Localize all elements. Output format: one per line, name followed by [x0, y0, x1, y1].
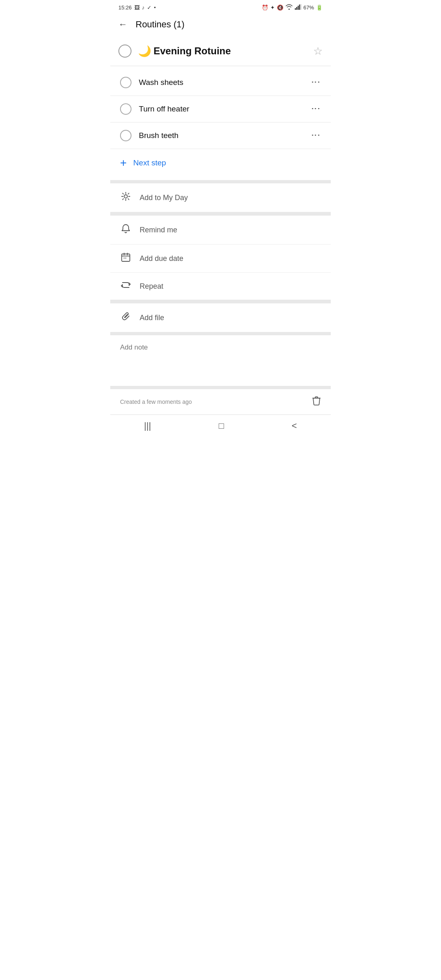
add-file-section: Add file	[110, 303, 331, 335]
svg-point-5	[124, 195, 127, 198]
mute-icon: 🔇	[277, 4, 283, 11]
recent-apps-button[interactable]: |||	[144, 421, 151, 431]
status-left: 15:26 🖼 ♪ ✓ •	[118, 4, 156, 11]
back-button[interactable]: ←	[117, 18, 129, 31]
bottom-nav: ||| □ <	[110, 414, 331, 439]
repeat-button[interactable]: Repeat	[110, 273, 331, 300]
svg-line-13	[122, 199, 123, 200]
add-due-date-button[interactable]: Add due date	[110, 245, 331, 273]
alarm-icon: ⏰	[262, 4, 268, 11]
step-checkbox-3[interactable]	[120, 130, 131, 141]
moon-icon: 🌙	[138, 45, 151, 58]
section-divider-1	[110, 180, 331, 183]
repeat-label: Repeat	[140, 282, 163, 291]
next-step-button[interactable]: + Next step	[110, 149, 331, 177]
svg-rect-3	[299, 4, 300, 10]
photo-icon: 🖼	[134, 4, 140, 11]
battery-icon: 🔋	[316, 4, 323, 11]
star-icon[interactable]: ☆	[313, 45, 323, 58]
steps-list: Wash sheets ⋮ Turn off heater ⋮ Brush te…	[110, 66, 331, 180]
add-file-label: Add file	[140, 314, 164, 322]
due-date-label: Add due date	[140, 254, 183, 263]
step-label-3: Brush teeth	[139, 131, 301, 140]
next-step-label: Next step	[133, 158, 166, 167]
footer: Created a few moments ago	[110, 389, 331, 414]
plus-icon: +	[120, 156, 127, 169]
step-label-2: Turn off heater	[139, 105, 301, 114]
svg-rect-0	[295, 8, 296, 10]
svg-point-19	[125, 258, 126, 258]
calendar-icon	[120, 253, 131, 264]
add-to-my-day-button[interactable]: Add to My Day	[110, 183, 331, 212]
section-divider-3	[110, 300, 331, 303]
step-checkbox-2[interactable]	[120, 103, 131, 115]
svg-rect-4	[301, 4, 301, 10]
top-nav: ← Routines (1)	[110, 14, 331, 38]
step-checkbox-1[interactable]	[120, 77, 131, 88]
back-nav-button[interactable]: <	[292, 421, 297, 431]
step-more-3[interactable]: ⋮	[309, 131, 323, 140]
dot-icon: •	[154, 4, 156, 11]
paperclip-icon	[120, 312, 131, 324]
wifi-icon	[285, 4, 293, 11]
step-more-1[interactable]: ⋮	[309, 78, 323, 87]
table-row: Brush teeth ⋮	[110, 122, 331, 149]
page-title: Routines (1)	[136, 19, 185, 30]
svg-rect-20	[312, 398, 321, 399]
remind-me-button[interactable]: Remind me	[110, 216, 331, 245]
routine-title: Evening Rotuine	[154, 45, 231, 57]
created-text: Created a few moments ago	[120, 399, 192, 405]
svg-line-11	[128, 199, 129, 200]
time: 15:26	[118, 4, 132, 11]
trash-icon[interactable]	[312, 396, 321, 408]
svg-rect-1	[296, 7, 297, 10]
routine-title-row: 🌙 Evening Rotuine	[138, 45, 307, 58]
repeat-icon	[120, 281, 131, 292]
section-divider-2	[110, 212, 331, 216]
music-icon: ♪	[142, 4, 145, 11]
add-note-section[interactable]	[110, 335, 331, 389]
battery-text: 67%	[303, 4, 314, 11]
step-more-2[interactable]: ⋮	[309, 104, 323, 114]
routine-checkbox[interactable]	[118, 45, 131, 58]
remind-me-label: Remind me	[140, 226, 177, 234]
bluetooth-icon: ✦	[270, 4, 275, 11]
svg-rect-2	[298, 6, 299, 10]
status-bar: 15:26 🖼 ♪ ✓ • ⏰ ✦ 🔇 67% 🔋	[110, 0, 331, 14]
reminder-section: Remind me Add due date Repeat	[110, 216, 331, 300]
my-day-section: Add to My Day	[110, 183, 331, 212]
home-button[interactable]: □	[219, 421, 224, 431]
svg-line-12	[128, 193, 129, 194]
routine-header: 🌙 Evening Rotuine ☆	[110, 38, 331, 66]
svg-point-18	[124, 258, 125, 258]
sun-icon	[120, 192, 131, 204]
add-file-button[interactable]: Add file	[110, 303, 331, 332]
step-label-1: Wash sheets	[139, 78, 301, 87]
table-row: Wash sheets ⋮	[110, 69, 331, 96]
add-note-input[interactable]	[120, 343, 321, 376]
check-icon: ✓	[147, 4, 151, 11]
bell-icon	[120, 224, 131, 236]
my-day-label: Add to My Day	[140, 194, 188, 202]
status-right: ⏰ ✦ 🔇 67% 🔋	[262, 4, 323, 11]
table-row: Turn off heater ⋮	[110, 96, 331, 122]
signal-icon	[295, 4, 301, 11]
svg-line-10	[122, 193, 123, 194]
